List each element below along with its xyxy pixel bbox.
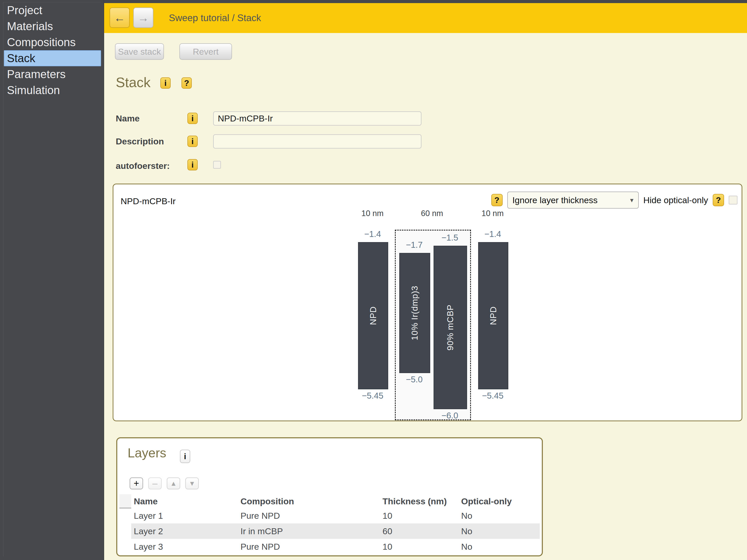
layer-bar-label: NPD (368, 306, 378, 325)
sidebar-nav: ProjectMaterialsCompositionsStackParamet… (3, 2, 101, 556)
revert-button[interactable]: Revert (179, 43, 232, 60)
layer-bar-label: 10% Ir(dmp)3 (410, 286, 420, 340)
optical-only-cell: No (459, 524, 540, 539)
homo-value: −6.0 (427, 411, 473, 421)
thickness-cell: 10 (380, 539, 459, 554)
help-icon[interactable]: ? (181, 77, 192, 89)
layer-name-cell: Layer 1 (131, 508, 238, 524)
sidebar-item-compositions[interactable]: Compositions (4, 34, 101, 50)
layer-name-cell: Layer 3 (131, 539, 238, 554)
breadcrumb: Sweep tutorial / Stack (169, 3, 261, 33)
sidebar-item-materials[interactable]: Materials (4, 18, 101, 34)
layer-bar-10-ir-dmp-3: 10% Ir(dmp)3 (399, 253, 430, 373)
layers-title: Layers (128, 446, 166, 460)
homo-value: −5.45 (470, 391, 516, 401)
page-title: Stack (116, 74, 151, 90)
homo-value: −5.45 (350, 391, 396, 401)
layer-name-cell: Layer 2 (131, 524, 238, 539)
sidebar-item-stack[interactable]: Stack (4, 50, 101, 66)
description-label: Description (116, 136, 164, 147)
add-layer-button[interactable]: + (130, 478, 143, 489)
row-selector-cell (119, 508, 131, 524)
autofoerster-label: autofoerster: (116, 161, 170, 171)
description-input[interactable] (213, 134, 421, 149)
sidebar-item-parameters[interactable]: Parameters (4, 66, 101, 82)
sidebar-item-simulation[interactable]: Simulation (4, 82, 101, 98)
homo-value: −5.0 (391, 375, 437, 384)
autofoerster-info-icon[interactable]: i (187, 159, 198, 171)
thickness-label: 60 nm (404, 209, 460, 218)
layer-bar-npd: NPD (358, 242, 388, 389)
move-layer-down-button[interactable]: ▼ (185, 478, 199, 489)
energy-level-diagram: 10 nmNPD−1.4−5.4560 nm10% Ir(dmp)3−1.7−5… (113, 184, 742, 421)
layers-panel: Layers i + – ▲ ▼ NameCompositionThicknes… (116, 437, 543, 556)
header-bar: ← → Sweep tutorial / Stack (104, 3, 747, 33)
row-selector-cell (119, 539, 131, 554)
stack-diagram-panel: NPD-mCPB-Ir ? Ignore layer thickness ▾ H… (113, 184, 742, 421)
remove-layer-button[interactable]: – (148, 478, 162, 489)
layer-bar-90-mcbp: 90% mCBP (434, 246, 467, 409)
row-selector-column-header (119, 494, 131, 508)
name-label: Name (116, 113, 140, 124)
layer-bar-npd: NPD (478, 242, 508, 389)
layers-info-icon[interactable]: i (180, 450, 190, 463)
forward-button[interactable]: → (133, 7, 153, 28)
layer-bar-label: 90% mCBP (445, 305, 455, 351)
row-selector-cell (119, 524, 131, 539)
optical-only-cell: No (459, 539, 540, 554)
sidebar-item-project[interactable]: Project (4, 2, 101, 18)
column-header-composition: Composition (238, 496, 380, 506)
save-stack-button[interactable]: Save stack (115, 43, 164, 60)
back-arrow-icon: ← (114, 11, 125, 24)
optical-only-cell: No (459, 508, 540, 524)
window-top-strip (104, 0, 747, 3)
info-icon[interactable]: i (160, 77, 171, 89)
lumo-value: −1.4 (350, 229, 396, 239)
table-row-layer-3[interactable]: Layer 3Pure NPD10No (119, 539, 540, 554)
column-header-optical-only: Optical-only (459, 496, 540, 506)
lumo-value: −1.5 (427, 233, 473, 243)
layer-bar-label: NPD (488, 306, 498, 325)
name-info-icon[interactable]: i (187, 113, 198, 124)
column-header-thickness-nm-: Thickness (nm) (380, 496, 459, 506)
composition-cell: Pure NPD (238, 508, 380, 524)
table-row-layer-1[interactable]: Layer 1Pure NPD10No (119, 508, 540, 524)
thickness-label: 10 nm (344, 209, 401, 218)
name-input[interactable] (213, 111, 421, 126)
forward-arrow-icon: → (138, 11, 149, 24)
table-row-layer-2[interactable]: Layer 2Ir in mCBP60No (119, 524, 540, 539)
layers-table-header-row: NameCompositionThickness (nm)Optical-onl… (119, 494, 540, 508)
thickness-label: 10 nm (464, 209, 521, 218)
thickness-cell: 60 (380, 524, 459, 539)
description-info-icon[interactable]: i (187, 136, 198, 147)
move-layer-up-button[interactable]: ▲ (167, 478, 180, 489)
lumo-value: −1.4 (470, 229, 516, 239)
layers-table: NameCompositionThickness (nm)Optical-onl… (119, 494, 540, 554)
back-button[interactable]: ← (109, 7, 130, 28)
composition-cell: Ir in mCBP (238, 524, 380, 539)
thickness-cell: 10 (380, 508, 459, 524)
sidebar: ProjectMaterialsCompositionsStackParamet… (0, 0, 104, 560)
column-header-name: Name (131, 496, 238, 506)
autofoerster-checkbox[interactable] (213, 161, 221, 169)
composition-cell: Pure NPD (238, 539, 380, 554)
